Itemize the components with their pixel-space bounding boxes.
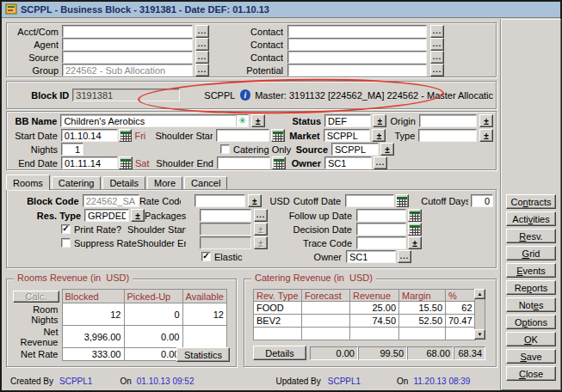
market-lov-button[interactable]: ± [372, 129, 386, 142]
tab-rooms[interactable]: Rooms [6, 175, 50, 190]
tab-owner-field[interactable]: SC1 [346, 250, 396, 263]
shoulder-end-label: Shoulder End [156, 158, 213, 168]
reports-button[interactable]: Reports [506, 280, 556, 295]
cutoff-days-field[interactable]: 0 [471, 194, 493, 207]
origin-field[interactable] [419, 114, 477, 127]
rate-code-field[interactable] [195, 194, 244, 207]
potential-lookup-button[interactable]: ... [430, 64, 444, 77]
catering-only-checkbox[interactable] [220, 144, 230, 154]
col-available: Available [182, 290, 226, 303]
notes-button[interactable]: Notes [506, 297, 556, 312]
trace-code-lov-button[interactable]: ± [408, 236, 422, 249]
ellipsis-icon: ... [433, 65, 442, 74]
cutoff-date-field[interactable] [345, 194, 394, 207]
end-date-calendar-button[interactable] [119, 156, 133, 169]
details-button[interactable]: Details [253, 346, 306, 360]
decision-calendar-button[interactable] [408, 223, 422, 236]
contact3-lookup-button[interactable]: ... [430, 51, 444, 64]
decision-date-field[interactable] [356, 223, 406, 236]
contact2-lookup-button[interactable]: ... [430, 38, 444, 51]
rooms-revenue-title: Rooms Revenue (in USD) [14, 273, 133, 283]
res-type-field[interactable]: GRPDED [84, 209, 129, 222]
trace-code-field[interactable] [356, 236, 406, 249]
start-date-field[interactable]: 01.10.14 [61, 129, 118, 142]
rate-code-label: Rate Code [139, 196, 182, 206]
bb-owner-field[interactable]: SC1 [324, 156, 372, 169]
shoulder-start-field[interactable] [216, 129, 269, 142]
agent-field[interactable] [62, 38, 193, 51]
packages-lookup-button[interactable]: ... [254, 209, 268, 222]
potential-field[interactable] [287, 64, 427, 77]
title-bar[interactable]: SCPPL - Business Block - 3191381 - Date … [2, 2, 560, 18]
resv-button[interactable]: Resv. [506, 229, 556, 243]
rate-code-lov-button[interactable]: ± [248, 194, 262, 207]
tab-cancel[interactable]: Cancel [184, 176, 227, 189]
acct-com-lookup-button[interactable]: ... [195, 25, 209, 38]
market-field[interactable]: SCPPL [324, 129, 371, 142]
ok-button[interactable]: OK [506, 332, 556, 346]
options-button[interactable]: Options [506, 315, 556, 329]
tab-owner-lookup-button[interactable]: ... [398, 250, 411, 263]
status-field[interactable]: DEF [324, 114, 371, 127]
catering-scrollbar[interactable]: ▲ ▼ [474, 289, 485, 340]
agent-label: Agent [12, 40, 59, 50]
bb-owner-lookup-button[interactable]: ... [374, 156, 387, 169]
bb-source-field[interactable]: SCPPL [331, 143, 379, 156]
green-asterisk-icon[interactable]: ✳ [236, 115, 248, 126]
tab-shoulder-start-label: Shoulder Start [127, 224, 186, 235]
type-field[interactable] [418, 129, 477, 142]
ellipsis-icon: ... [433, 40, 442, 48]
agent-lookup-button[interactable]: ... [195, 38, 209, 51]
tab-shoulder-start-lov-button: ± [254, 223, 268, 236]
cutoff-date-calendar-button[interactable] [396, 194, 410, 207]
tab-more[interactable]: More [147, 176, 182, 189]
bb-source-lov-button[interactable]: ± [380, 143, 394, 156]
shoulder-end-calendar-button[interactable] [272, 156, 286, 169]
shoulder-start-calendar-button[interactable] [271, 129, 285, 142]
tab-catering[interactable]: Catering [52, 176, 102, 189]
bb-name-lov-button[interactable]: ± [251, 114, 265, 127]
shoulder-end-field[interactable] [217, 156, 270, 169]
save-button[interactable]: Save [506, 349, 556, 364]
close-button[interactable]: Close [506, 366, 556, 381]
acct-com-field[interactable] [62, 25, 193, 38]
activities-button[interactable]: Activities [506, 211, 556, 226]
nights-field[interactable]: 1 [61, 143, 83, 156]
catering-revenue-table: Rev. Type Forecast Revenue Margin % FOOD… [253, 289, 476, 340]
res-type-lov-button[interactable]: ± [131, 209, 145, 222]
contact3-field[interactable] [287, 51, 427, 64]
start-date-calendar-button[interactable] [119, 129, 133, 142]
tab-owner-label: Owner [257, 252, 342, 262]
statistics-button[interactable]: Statistics [176, 347, 230, 362]
grid-button[interactable]: Grid [506, 246, 556, 260]
status-lov-button[interactable]: ± [373, 114, 386, 127]
tab-shoulder-end-lov-button: ± [254, 236, 268, 249]
events-button[interactable]: Events [506, 263, 556, 278]
origin-label: Origin [386, 116, 416, 126]
contact1-lookup-button[interactable]: ... [430, 25, 444, 38]
follow-up-date-field[interactable] [356, 209, 406, 222]
plus-minus-icon: ± [135, 211, 140, 221]
updated-by-value: SCPPL1 [328, 377, 361, 386]
group-lookup-button[interactable]: ... [195, 64, 209, 77]
packages-field[interactable] [200, 209, 251, 222]
contact2-field[interactable] [287, 38, 427, 51]
source-field[interactable] [62, 51, 193, 64]
print-rate-checkbox[interactable]: ✓ [61, 224, 71, 234]
scroll-down-icon[interactable]: ▼ [474, 329, 485, 340]
contact1-field[interactable] [287, 25, 427, 38]
scroll-up-icon[interactable]: ▲ [474, 289, 485, 299]
rooms-tab-panel: Block Code 224562_SA Rate Code ± USD Cut… [6, 189, 497, 268]
tab-details[interactable]: Details [102, 176, 145, 189]
suppress-rate-checkbox[interactable] [61, 238, 71, 248]
end-date-field[interactable]: 01.11.14 [61, 156, 118, 169]
origin-lov-button[interactable]: ± [479, 114, 493, 127]
group-field[interactable]: 224562 - Sub Allocation [62, 64, 193, 77]
info-icon[interactable]: i [240, 89, 251, 101]
source-lookup-button[interactable]: ... [195, 51, 209, 64]
type-lov-button[interactable]: ± [479, 129, 493, 142]
contracts-button[interactable]: Contracts [506, 194, 556, 209]
follow-up-calendar-button[interactable] [408, 209, 422, 222]
bb-name-field[interactable]: Children's Aerobics ✳ [60, 114, 248, 127]
elastic-checkbox[interactable]: ✓ [201, 252, 211, 261]
